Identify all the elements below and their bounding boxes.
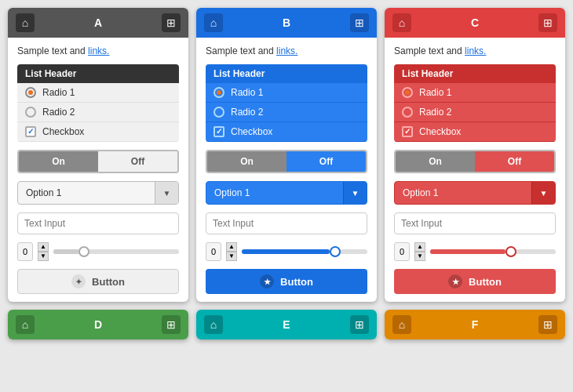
card-a-radio1-item[interactable]: Radio 1 (17, 83, 179, 103)
card-c-radio1-label: Radio 1 (419, 87, 451, 98)
card-b-link[interactable]: links. (276, 45, 297, 56)
card-b-grid-icon[interactable]: ⊞ (350, 13, 369, 32)
card-f: ⌂ F ⊞ (385, 310, 565, 339)
card-e-header: ⌂ E ⊞ (196, 310, 377, 339)
card-d-grid-icon[interactable]: ⊞ (162, 315, 181, 334)
card-f-grid-icon[interactable]: ⊞ (538, 315, 557, 334)
card-b-radio2-button[interactable] (214, 107, 224, 118)
card-b-checkbox[interactable]: ✓ (214, 126, 224, 137)
card-c-checkbox-item[interactable]: ✓ Checkbox (394, 122, 556, 142)
card-b-text-input[interactable] (206, 212, 367, 234)
card-a-radio1-button[interactable] (25, 87, 36, 98)
card-a-sample-text: Sample text and links. (17, 45, 179, 56)
card-c-toggle-on[interactable]: On (396, 151, 475, 172)
card-c-grid-icon[interactable]: ⊞ (538, 13, 557, 32)
card-c-radio2-item[interactable]: Radio 2 (394, 103, 556, 122)
card-b-home-icon[interactable]: ⌂ (204, 13, 223, 32)
card-c-slider-fill (430, 249, 505, 254)
card-a-checkbox-item[interactable]: ✓ Checkbox (17, 122, 179, 142)
card-a-slider-container: 0 ▲ ▼ (17, 242, 179, 261)
card-a-radio1-label: Radio 1 (42, 87, 75, 98)
card-b-toggle-on[interactable]: On (207, 151, 286, 172)
card-a-slider-down[interactable]: ▼ (38, 252, 49, 261)
card-c-dropdown[interactable]: Option 1 ▼ (394, 181, 556, 205)
card-c-radio1-button[interactable] (402, 87, 413, 98)
card-b-slider-arrows[interactable]: ▲ ▼ (226, 242, 237, 261)
card-c-slider-thumb[interactable] (505, 246, 516, 257)
card-b-body: Sample text and links. List Header Radio… (196, 38, 377, 302)
card-c-radio2-button[interactable] (402, 107, 413, 118)
card-c-toggle[interactable]: On Off (394, 150, 556, 173)
card-a-link[interactable]: links. (88, 45, 109, 56)
card-c-dropdown-arrow[interactable]: ▼ (531, 181, 555, 205)
card-c-toggle-off[interactable]: Off (475, 151, 554, 172)
card-a-dropdown-text: Option 1 (18, 187, 155, 198)
card-a-dropdown[interactable]: Option 1 ▼ (17, 181, 179, 205)
card-b-button-icon: ★ (260, 274, 274, 289)
card-a-button-icon: ✦ (71, 274, 86, 289)
card-a-text-input[interactable] (17, 212, 179, 234)
card-b-button[interactable]: ★ Button (206, 269, 367, 294)
card-a-toggle-off[interactable]: Off (98, 151, 177, 172)
card-f-header: ⌂ F ⊞ (385, 310, 565, 339)
card-b-checkbox-item[interactable]: ✓ Checkbox (206, 122, 367, 142)
card-a-slider-fill (53, 249, 78, 254)
card-b-radio1-button[interactable] (214, 87, 224, 98)
card-c-slider-container: 0 ▲ ▼ (394, 242, 556, 261)
card-c-radio1-item[interactable]: Radio 1 (394, 83, 556, 103)
card-c-button[interactable]: ★ Button (394, 269, 556, 294)
card-b-slider-up[interactable]: ▲ (226, 242, 237, 252)
card-b-radio1-item[interactable]: Radio 1 (206, 83, 367, 103)
card-b-slider-down[interactable]: ▼ (226, 252, 237, 261)
card-e-home-icon[interactable]: ⌂ (204, 315, 223, 334)
card-b-dropdown-arrow[interactable]: ▼ (343, 181, 367, 205)
card-f-home-icon[interactable]: ⌂ (392, 315, 411, 334)
card-b-radio2-item[interactable]: Radio 2 (206, 103, 367, 122)
card-c-slider-num: 0 (394, 242, 410, 261)
card-a-slider-up[interactable]: ▲ (38, 242, 49, 252)
card-a-button-label: Button (92, 276, 125, 288)
card-c-sample-text: Sample text and links. (394, 45, 556, 56)
card-d-home-icon[interactable]: ⌂ (16, 315, 35, 334)
card-a-toggle-on[interactable]: On (19, 151, 98, 172)
top-row: ⌂ A ⊞ Sample text and links. List Header… (8, 8, 565, 302)
card-c-checkbox-label: Checkbox (419, 126, 461, 137)
card-c-slider-up[interactable]: ▲ (414, 242, 425, 252)
card-c-slider-down[interactable]: ▼ (414, 252, 425, 261)
card-c-slider-arrows[interactable]: ▲ ▼ (414, 242, 425, 261)
card-a-checkbox[interactable]: ✓ (25, 126, 36, 137)
card-a-slider-arrows[interactable]: ▲ ▼ (38, 242, 49, 261)
card-b-button-label: Button (280, 276, 313, 288)
card-b-slider-track[interactable] (242, 249, 367, 254)
card-c: ⌂ C ⊞ Sample text and links. List Header… (385, 8, 565, 302)
card-d: ⌂ D ⊞ (8, 310, 188, 339)
card-c-button-label: Button (469, 276, 502, 288)
card-c-link[interactable]: links. (465, 45, 486, 56)
card-a-slider-track[interactable] (53, 249, 179, 254)
card-a-dropdown-arrow[interactable]: ▼ (155, 181, 178, 205)
card-a-radio2-item[interactable]: Radio 2 (17, 103, 179, 122)
card-a-toggle[interactable]: On Off (17, 150, 179, 173)
card-a: ⌂ A ⊞ Sample text and links. List Header… (8, 8, 188, 302)
card-a-radio2-button[interactable] (25, 107, 36, 118)
card-a-list: List Header Radio 1 Radio 2 ✓ Checkbox (17, 64, 179, 142)
card-c-checkbox[interactable]: ✓ (402, 126, 413, 137)
card-b-toggle[interactable]: On Off (206, 150, 367, 173)
card-b-checkbox-label: Checkbox (231, 126, 272, 137)
card-a-slider-thumb[interactable] (78, 246, 89, 257)
card-a-button[interactable]: ✦ Button (17, 269, 179, 294)
card-e-title: E (223, 318, 350, 331)
card-a-grid-icon[interactable]: ⊞ (162, 13, 181, 32)
card-c-body: Sample text and links. List Header Radio… (385, 38, 565, 302)
bottom-row: ⌂ D ⊞ ⌂ E ⊞ ⌂ F ⊞ (8, 310, 565, 339)
card-a-checkbox-label: Checkbox (42, 126, 84, 137)
card-c-slider-track[interactable] (430, 249, 556, 254)
card-c-text-input[interactable] (394, 212, 556, 234)
card-e-grid-icon[interactable]: ⊞ (350, 315, 369, 334)
card-b-dropdown[interactable]: Option 1 ▼ (206, 181, 367, 205)
card-b-slider-thumb[interactable] (330, 246, 341, 257)
card-f-title: F (411, 318, 538, 331)
card-b-toggle-off[interactable]: Off (286, 151, 366, 172)
card-c-home-icon[interactable]: ⌂ (392, 13, 411, 32)
card-a-home-icon[interactable]: ⌂ (16, 13, 35, 32)
